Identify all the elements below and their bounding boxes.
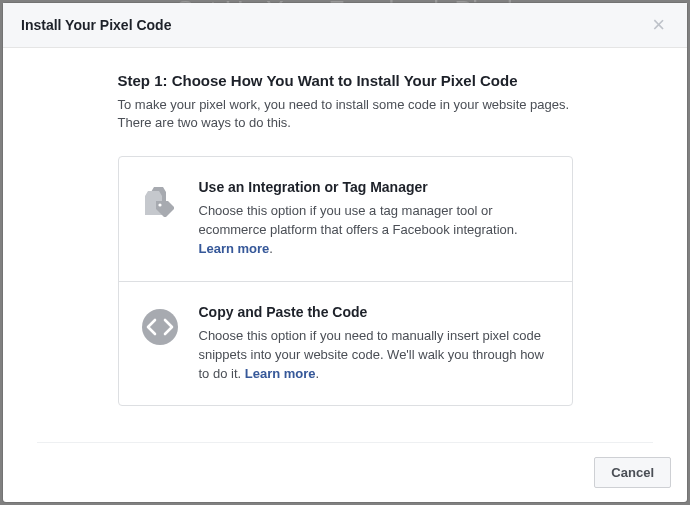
cancel-button[interactable]: Cancel (594, 457, 671, 488)
shopping-bag-tag-icon (133, 179, 187, 259)
step-heading: Step 1: Choose How You Want to Install Y… (118, 72, 573, 89)
option-copy-paste-code[interactable]: Copy and Paste the Code Choose this opti… (119, 281, 572, 406)
option-description: Choose this option if you use a tag mana… (199, 202, 548, 259)
install-options: Use an Integration or Tag Manager Choose… (118, 156, 573, 406)
step-description: To make your pixel work, you need to ins… (118, 96, 573, 132)
modal-title: Install Your Pixel Code (21, 17, 171, 33)
option-title: Use an Integration or Tag Manager (199, 179, 548, 195)
option-title: Copy and Paste the Code (199, 304, 548, 320)
modal-header: Install Your Pixel Code × (3, 3, 687, 48)
modal-body: Step 1: Choose How You Want to Install Y… (3, 48, 687, 442)
learn-more-link[interactable]: Learn more (245, 366, 316, 381)
svg-point-0 (158, 204, 161, 207)
learn-more-link[interactable]: Learn more (199, 241, 270, 256)
option-integration-tag-manager[interactable]: Use an Integration or Tag Manager Choose… (119, 157, 572, 281)
close-icon[interactable]: × (648, 17, 669, 33)
install-pixel-modal: Install Your Pixel Code × Step 1: Choose… (3, 3, 687, 502)
modal-footer: Cancel (3, 443, 687, 502)
option-description: Choose this option if you need to manual… (199, 327, 548, 384)
code-icon (133, 304, 187, 384)
